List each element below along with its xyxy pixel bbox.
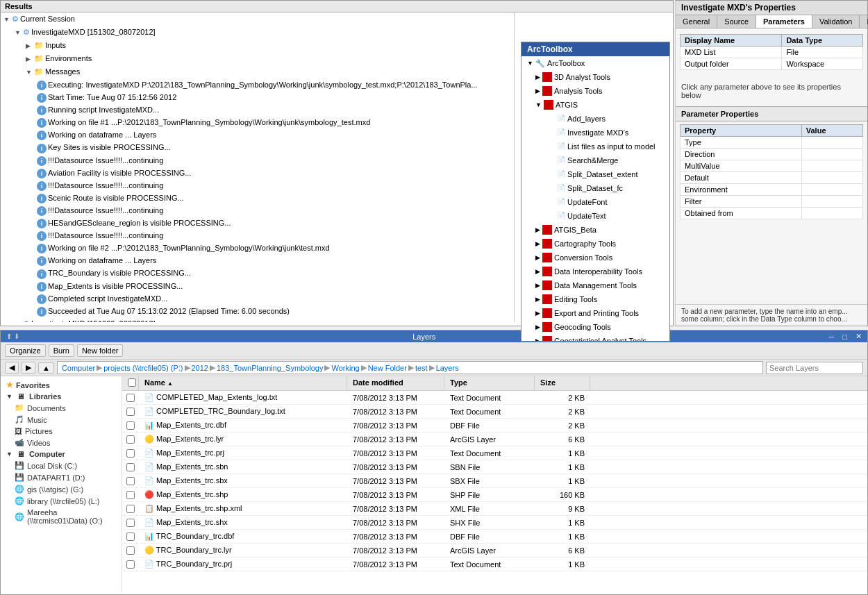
toolbox-item[interactable]: 📄Search&Merge [521,153,669,167]
file-checkbox-cell[interactable] [122,559,139,570]
file-checkbox[interactable] [126,449,135,458]
date-col-header[interactable]: Date modified [347,376,444,390]
results-tree-item[interactable]: iWorking on dataframe ... Layers [1,254,514,267]
file-checkbox[interactable] [126,533,135,541]
toolbox-item[interactable]: ▶3D Analyst Tools [521,70,669,84]
results-tree-item[interactable]: i!!!Datasource Issue!!!!...continuing [1,229,514,242]
file-row[interactable]: 📄 Map_Extents_trc.sbn 7/08/2012 3:13 PM … [122,460,867,474]
file-checkbox[interactable] [126,463,135,471]
breadcrumb-item[interactable]: New Folder [368,364,407,372]
file-list-area[interactable]: Name ▲ Date modified Type Size 📄 COMPLET… [122,376,867,593]
nav-item-datapart1--d:-[interactable]: 💾DATAPART1 (D:) [1,471,122,483]
file-checkbox-cell[interactable] [122,392,139,403]
breadcrumb-item[interactable]: Layers [436,364,459,372]
display-table-cell[interactable]: Workspace [782,58,863,70]
new-folder-button[interactable]: New folder [77,344,124,357]
results-tree-item[interactable]: iStart Time: Tue Aug 07 15:12:56 2012 [1,91,514,103]
toolbox-item[interactable]: 📄Split_Dataset_extent [521,167,669,181]
file-checkbox[interactable] [126,505,135,513]
file-checkbox[interactable] [126,477,135,485]
file-row[interactable]: 📋 Map_Extents_trc.shp.xml 7/08/2012 3:13… [122,502,867,516]
type-col-header[interactable]: Type [444,376,535,390]
results-tree-item[interactable]: iKey Sites is visible PROCESSING... [1,141,514,153]
favorites-section[interactable]: ★Favorites [1,379,122,391]
toolbox-item[interactable]: ▶Conversion Tools [521,251,669,265]
minimize-btn[interactable]: ─ [829,333,835,341]
breadcrumb-item[interactable]: projects (\\trcfile05) (P:) [103,364,183,372]
toolbox-item[interactable]: ▶Export and Printing Tools [521,306,669,320]
results-tree-item[interactable]: i!!!Datasource Issue!!!!...continuing [1,204,514,217]
search-input[interactable] [766,362,863,374]
toolbox-item[interactable]: ▶Geostatistical Analyst Tools [521,334,669,341]
file-checkbox[interactable] [126,435,135,444]
close-btn[interactable]: ✕ [856,332,862,341]
param-table-cell[interactable] [801,160,862,172]
nav-item-music[interactable]: 🎵Music [1,414,122,426]
results-tree[interactable]: ▼⚙Current Session▼⚙InvestigateMXD [15130… [1,12,515,322]
file-row[interactable]: 📄 COMPLETED_TRC_Boundary_log.txt 7/08/20… [122,405,867,419]
file-checkbox-cell[interactable] [122,489,139,501]
nav-item-library----trcfile05---l:-[interactable]: 🌐library (\\trcfile05) (L:) [1,495,122,507]
file-checkbox-cell[interactable] [122,545,139,556]
file-row[interactable]: 📄 Map_Extents_trc.sbx 7/08/2012 3:13 PM … [122,474,867,488]
param-table-cell[interactable]: Obtained from [681,208,802,219]
file-checkbox-cell[interactable] [122,420,139,431]
toolbox-item[interactable]: ▶Cartography Tools [521,237,669,251]
toolbox-item[interactable]: ▶Analysis Tools [521,84,669,98]
results-tree-item[interactable]: ▼⚙Current Session [1,12,514,26]
prop-tab-validation[interactable]: Validation [812,15,860,28]
results-tree-item[interactable]: iAviation Facility is visible PROCESSING… [1,167,514,179]
param-table-cell[interactable] [801,208,862,219]
results-tree-item[interactable]: iWorking on file #1 ...P:\2012\183_TownP… [1,116,514,128]
breadcrumb-item[interactable]: 183_TownPlanning_Symbology [217,364,324,372]
toolbox-item[interactable]: 📄UpdateText [521,209,669,223]
file-checkbox[interactable] [126,491,135,499]
results-tree-item[interactable]: i!!!Datasource Issue!!!!...continuing [1,154,514,167]
file-checkbox[interactable] [126,546,135,555]
results-tree-item[interactable]: iScenic Route is visible PROCESSING... [1,192,514,204]
prop-tab-source[interactable]: Source [717,15,756,28]
file-checkbox[interactable] [126,394,135,402]
toolbox-tree[interactable]: ▼🔧ArcToolbox▶3D Analyst Tools▶Analysis T… [521,56,669,341]
prop-tab-parameters[interactable]: Parameters [756,15,812,28]
breadcrumb-item[interactable]: Computer [62,364,95,372]
results-tree-item[interactable]: iCompleted script InvestigateMXD... [1,292,514,305]
results-tree-item[interactable]: iWorking on file #2 ...P:\2012\183_TownP… [1,242,514,254]
results-tree-item[interactable]: ▶📁Inputs [1,39,514,52]
burn-button[interactable]: Burn [49,344,74,357]
toolbox-item[interactable]: ▼🔧ArcToolbox [521,56,669,70]
param-table-cell[interactable] [801,184,862,196]
breadcrumb-item[interactable]: test [415,364,428,372]
prop-tab-help[interactable]: Help [860,15,868,28]
nav-section-computer[interactable]: ▼🖥Computer [1,449,122,460]
param-table-cell[interactable]: MultiValue [681,160,802,172]
results-tree-item[interactable]: iWorking on dataframe ... Layers [1,128,514,141]
toolbox-item[interactable]: ▼ATGIS [521,98,669,112]
name-col-header[interactable]: Name ▲ [139,376,347,390]
file-row[interactable]: 📄 Map_Extents_trc.prj 7/08/2012 3:13 PM … [122,446,867,460]
file-row[interactable]: 📊 TRC_Boundary_trc.dbf 7/08/2012 3:13 PM… [122,530,867,544]
param-table-cell[interactable]: Default [681,172,802,184]
toolbox-item[interactable]: 📄Split_Dataset_fc [521,181,669,195]
toolbox-item[interactable]: 📄Investigate MXD's [521,126,669,140]
file-checkbox-cell[interactable] [122,476,139,487]
organize-button[interactable]: Organize [5,344,46,357]
results-tree-item[interactable]: iRunning script InvestigateMXD... [1,103,514,116]
file-row[interactable]: 🔴 Map_Extents_trc.shp 7/08/2012 3:13 PM … [122,488,867,502]
prop-tab-general[interactable]: General [676,15,717,28]
toolbox-item[interactable]: 📄UpdateFont [521,195,669,209]
display-table-cell[interactable]: MXD List [681,47,782,58]
nav-item-videos[interactable]: 📹Videos [1,437,122,449]
file-row[interactable]: 🟡 Map_Extents_trc.lyr 7/08/2012 3:13 PM … [122,433,867,446]
file-checkbox-cell[interactable] [122,406,139,417]
file-row[interactable]: 📄 COMPLETED_Map_Extents_log.txt 7/08/201… [122,391,867,405]
toolbox-item[interactable]: ▶Data Interoperability Tools [521,265,669,278]
breadcrumb-item[interactable]: 2012 [192,364,208,372]
nav-item-documents[interactable]: 📁Documents [1,402,122,414]
toolbox-item[interactable]: 📄List files as input to model [521,140,669,153]
results-tree-item[interactable]: ▶📁Environments [1,52,514,65]
forward-button[interactable]: ▶ [22,362,35,374]
param-table-cell[interactable] [801,196,862,208]
file-checkbox[interactable] [126,408,135,416]
results-tree-item[interactable]: ▼⚙InvestigateMXD [151302_08072012] [1,26,514,39]
